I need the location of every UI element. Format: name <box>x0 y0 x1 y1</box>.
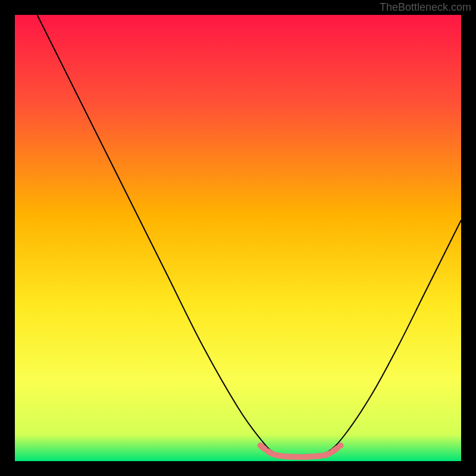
chart-background <box>15 15 461 461</box>
watermark-text: TheBottleneck.com <box>380 1 471 14</box>
chart-plot <box>15 15 461 461</box>
chart-svg <box>15 15 461 461</box>
